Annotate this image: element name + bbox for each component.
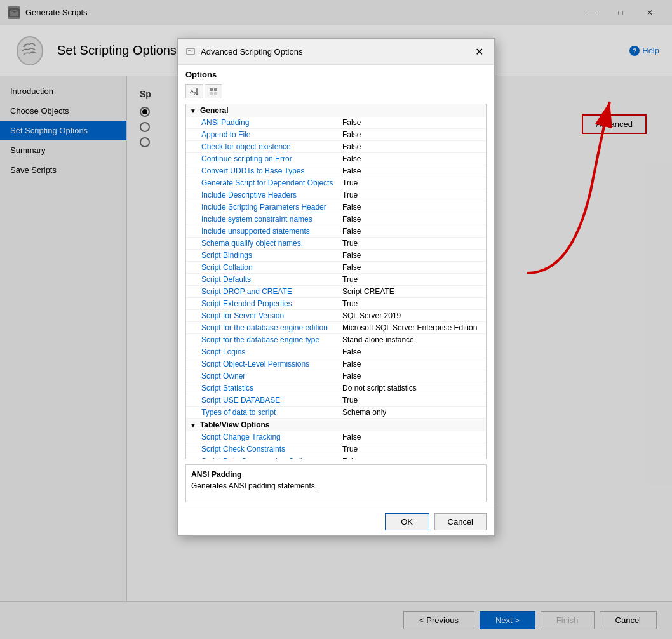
option-row[interactable]: Convert UDDTs to Base TypesFalse — [186, 165, 486, 177]
option-name: Script Change Tracking — [201, 433, 342, 441]
option-row[interactable]: Script DefaultsTrue — [186, 274, 486, 286]
option-value: Do not script statistics — [342, 384, 482, 393]
options-table[interactable]: ▼ General ANSI PaddingFalseAppend to Fil… — [185, 104, 487, 459]
option-row[interactable]: ANSI PaddingFalse — [186, 117, 486, 129]
option-row[interactable]: Script for Server VersionSQL Server 2019 — [186, 310, 486, 322]
option-value: False — [342, 154, 482, 163]
svg-rect-3 — [187, 48, 194, 55]
option-value: True — [342, 178, 482, 187]
option-row[interactable]: Script OwnerFalse — [186, 370, 486, 382]
dialog-body: Options A Z — [178, 65, 494, 508]
option-row[interactable]: Script for the database engine typeStand… — [186, 334, 486, 346]
dialog-close-button[interactable]: ✕ — [471, 44, 487, 59]
section-general-header[interactable]: ▼ General — [186, 104, 486, 117]
option-row[interactable]: Script CollationFalse — [186, 262, 486, 274]
option-row[interactable]: Continue scripting on ErrorFalse — [186, 153, 486, 165]
general-options: ANSI PaddingFalseAppend to FileFalseChec… — [186, 117, 486, 419]
general-toggle[interactable]: ▼ — [190, 107, 196, 114]
tableview-toggle[interactable]: ▼ — [190, 422, 196, 429]
option-row[interactable]: Schema qualify object names.True — [186, 238, 486, 250]
option-name: Include Scripting Parameters Header — [201, 203, 342, 212]
option-value: True — [342, 445, 482, 454]
option-value: False — [342, 433, 482, 441]
svg-rect-7 — [210, 88, 213, 91]
option-row[interactable]: Script Data Compression OptionsFalse — [186, 455, 486, 459]
option-name: Include system constraint names — [201, 215, 342, 224]
option-row[interactable]: Script Change TrackingFalse — [186, 431, 486, 443]
ok-button[interactable]: OK — [385, 513, 429, 530]
option-name: Script Owner — [201, 372, 342, 380]
dialog-footer: OK Cancel — [178, 508, 494, 535]
option-row[interactable]: Script DROP and CREATEScript CREATE — [186, 286, 486, 298]
sort-az-button[interactable]: A Z — [185, 84, 203, 98]
section-tableview-header[interactable]: ▼ Table/View Options — [186, 419, 486, 431]
option-value: True — [342, 275, 482, 284]
option-name: Script Object-Level Permissions — [201, 360, 342, 368]
modal-overlay: Advanced Scripting Options ✕ Options A Z — [0, 0, 672, 639]
option-row[interactable]: Script Check ConstraintsTrue — [186, 443, 486, 455]
option-name: Include Descriptive Headers — [201, 191, 342, 199]
option-name: Convert UDDTs to Base Types — [201, 166, 342, 175]
option-value: False — [342, 227, 482, 236]
option-name: Script Logins — [201, 347, 342, 356]
option-value: SQL Server 2019 — [342, 311, 482, 320]
option-value: True — [342, 239, 482, 248]
dialog-title: Advanced Scripting Options — [201, 47, 471, 57]
option-value: False — [342, 203, 482, 212]
svg-rect-9 — [210, 92, 213, 95]
svg-rect-8 — [214, 88, 217, 91]
option-name: Generate Script for Dependent Objects — [201, 178, 342, 187]
option-row[interactable]: Include Descriptive HeadersTrue — [186, 189, 486, 201]
dialog-cancel-button[interactable]: Cancel — [434, 513, 487, 530]
option-name: Continue scripting on Error — [201, 154, 342, 163]
svg-text:Z: Z — [194, 91, 197, 96]
option-row[interactable]: Include Scripting Parameters HeaderFalse — [186, 201, 486, 213]
option-value: False — [342, 251, 482, 260]
category-button[interactable] — [205, 84, 222, 98]
option-name: Script Defaults — [201, 275, 342, 284]
option-value: False — [342, 457, 482, 459]
option-name: Script USE DATABASE — [201, 396, 342, 405]
option-row[interactable]: Script BindingsFalse — [186, 250, 486, 262]
svg-rect-10 — [214, 92, 217, 95]
option-row[interactable]: Include unsupported statementsFalse — [186, 225, 486, 238]
option-value: False — [342, 263, 482, 272]
option-row[interactable]: Generate Script for Dependent ObjectsTru… — [186, 177, 486, 189]
tableview-options: Script Change TrackingFalseScript Check … — [186, 431, 486, 459]
advanced-scripting-options-dialog: Advanced Scripting Options ✕ Options A Z — [177, 38, 495, 536]
option-name: Script Bindings — [201, 251, 342, 260]
option-name: Script for the database engine edition — [201, 323, 342, 332]
option-row[interactable]: Types of data to scriptSchema only — [186, 407, 486, 419]
option-name: Script Check Constraints — [201, 445, 342, 454]
option-row[interactable]: Include system constraint namesFalse — [186, 213, 486, 225]
option-name: Types of data to script — [201, 408, 342, 417]
option-row[interactable]: Check for object existenceFalse — [186, 141, 486, 153]
option-value: True — [342, 191, 482, 199]
option-name: Script for Server Version — [201, 311, 342, 320]
option-name: Script Statistics — [201, 384, 342, 393]
option-name: ANSI Padding — [201, 118, 342, 127]
option-name: Include unsupported statements — [201, 227, 342, 236]
option-row[interactable]: Append to FileFalse — [186, 129, 486, 141]
tableview-label: Table/View Options — [200, 420, 270, 429]
option-value: False — [342, 372, 482, 380]
option-row[interactable]: Script USE DATABASETrue — [186, 394, 486, 407]
option-value: False — [342, 360, 482, 368]
option-name: Script DROP and CREATE — [201, 287, 342, 296]
option-value: False — [342, 166, 482, 175]
option-value: True — [342, 299, 482, 308]
option-name: Script for the database engine type — [201, 335, 342, 344]
option-row[interactable]: Script StatisticsDo not script statistic… — [186, 382, 486, 394]
dialog-titlebar: Advanced Scripting Options ✕ — [178, 39, 494, 65]
option-row[interactable]: Script LoginsFalse — [186, 346, 486, 358]
option-value: False — [342, 347, 482, 356]
option-value: Script CREATE — [342, 287, 482, 296]
option-value: False — [342, 142, 482, 151]
option-row[interactable]: Script for the database engine editionMi… — [186, 322, 486, 334]
option-row[interactable]: Script Extended PropertiesTrue — [186, 298, 486, 310]
option-name: Script Data Compression Options — [201, 457, 342, 459]
option-value: False — [342, 215, 482, 224]
option-name: Script Collation — [201, 263, 342, 272]
description-area: ANSI Padding Generates ANSI padding stat… — [185, 464, 487, 502]
option-row[interactable]: Script Object-Level PermissionsFalse — [186, 358, 486, 370]
